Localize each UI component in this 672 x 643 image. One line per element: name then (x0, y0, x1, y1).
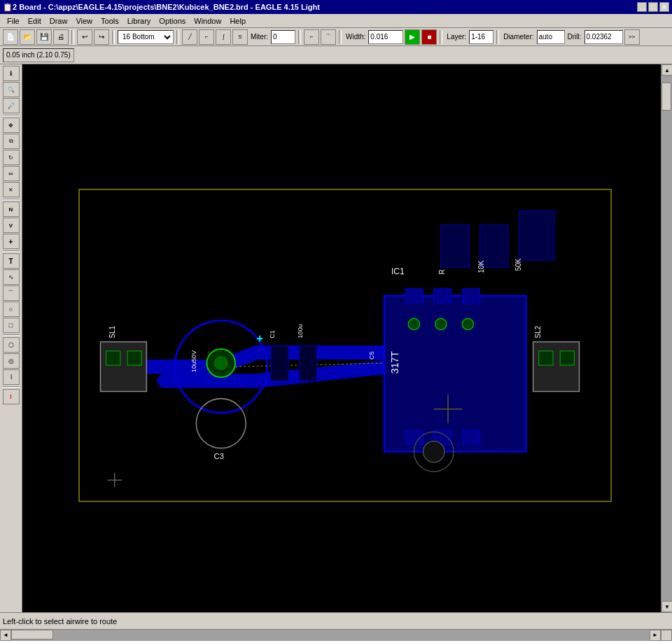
width-label: Width: (346, 33, 365, 41)
angle-btn2[interactable]: ⌒ (321, 29, 336, 45)
svg-rect-17 (106, 351, 120, 365)
menu-edit[interactable]: Edit (24, 15, 46, 27)
svg-rect-19 (533, 342, 580, 392)
save-button[interactable]: 💾 (36, 29, 52, 45)
menu-file[interactable]: File (3, 15, 24, 27)
draw-wire-button[interactable]: ∿ (3, 269, 20, 285)
right-scrollbar: ▲ ▼ (661, 64, 672, 612)
scroll-track-h[interactable] (11, 630, 650, 641)
zoom-out-button[interactable]: 🔎 (3, 98, 20, 113)
separator1 (71, 30, 74, 44)
svg-rect-22 (441, 225, 470, 267)
print-button[interactable]: 🖨 (53, 29, 69, 45)
svg-point-11 (462, 318, 473, 330)
menu-help[interactable]: Help (225, 15, 250, 27)
wire-btn4[interactable]: S (232, 29, 248, 45)
diameter-label: Diameter: (503, 33, 533, 41)
separator4 (298, 30, 301, 44)
draw-circle-button[interactable]: ○ (3, 302, 20, 317)
move-button[interactable]: ✥ (3, 118, 20, 133)
separator3 (176, 30, 179, 44)
draw-arc-button[interactable]: ⌒ (3, 285, 20, 301)
mirror-button[interactable]: ⇔ (3, 166, 20, 181)
route-button[interactable]: ⌇ (3, 369, 20, 385)
menu-tools[interactable]: Tools (97, 15, 123, 27)
main-layout: ℹ 🔍 🔎 ✥ ⧉ ↻ ⇔ ✕ N V + T ∿ ⌒ ○ □ ⬡ ◎ ⌇ ! (0, 64, 672, 612)
svg-text:C3: C3 (214, 452, 224, 460)
new-button[interactable]: 📄 (3, 29, 18, 45)
delete-button[interactable]: ✕ (3, 182, 20, 197)
angle-btn1[interactable]: ⌐ (304, 29, 319, 45)
svg-text:SL1: SL1 (108, 325, 116, 338)
title-bar-buttons: _ □ × (637, 2, 669, 12)
name-button[interactable]: N (3, 202, 20, 217)
open-button[interactable]: 📂 (20, 29, 35, 45)
svg-rect-20 (539, 351, 553, 365)
add-button[interactable]: + (3, 234, 20, 249)
content-area: Spoj GND bude proveden rozlitím měděné p… (0, 640, 672, 643)
svg-rect-45 (299, 346, 316, 381)
separator2 (112, 30, 115, 44)
pcb-canvas: + SL1 SL2 R 10K 50K IC1 3 (22, 64, 661, 612)
left-sidebar: ℹ 🔍 🔎 ✥ ⧉ ↻ ⇔ ✕ N V + T ∿ ⌒ ○ □ ⬡ ◎ ⌇ ! (0, 64, 22, 612)
svg-rect-5 (462, 289, 479, 303)
svg-text:50K: 50K (514, 258, 522, 271)
svg-point-10 (435, 318, 447, 330)
menu-draw[interactable]: Draw (46, 15, 72, 27)
rotate-button[interactable]: ↻ (3, 150, 20, 165)
coord-display: 0.05 inch (2.10 0.75) (3, 48, 74, 62)
drill-input[interactable] (584, 30, 623, 44)
minimize-button[interactable]: _ (637, 2, 647, 12)
play-button[interactable]: ▶ (405, 29, 420, 45)
zoom-in-button[interactable]: 🔍 (3, 82, 20, 97)
svg-text:SL2: SL2 (534, 325, 542, 338)
wire-btn3[interactable]: ∫ (216, 29, 231, 45)
maximize-button[interactable]: □ (648, 2, 658, 12)
title-bar: 📋 2 Board - C:\appz\EAGLE-4.15\projects\… (0, 0, 672, 14)
via-button[interactable]: ◎ (3, 353, 20, 369)
drc-button[interactable]: ! (3, 389, 20, 404)
scroll-down-button[interactable]: ▼ (662, 601, 672, 612)
svg-point-14 (214, 356, 228, 370)
undo-button[interactable]: ↩ (77, 29, 92, 45)
layer-select[interactable]: 16 Bottom (118, 30, 174, 44)
toolbar2: 0.05 inch (2.10 0.75) (0, 46, 672, 64)
width-input[interactable] (368, 30, 403, 44)
menu-view[interactable]: View (71, 15, 97, 27)
info-button[interactable]: ℹ (3, 66, 20, 81)
diameter-input[interactable] (537, 30, 565, 44)
sidebar-sep2 (3, 199, 20, 200)
svg-rect-16 (100, 342, 146, 392)
svg-text:IC1: IC1 (391, 267, 405, 276)
menu-window[interactable]: Window (190, 15, 225, 27)
sidebar-sep5 (3, 386, 20, 388)
svg-rect-24 (519, 211, 554, 260)
drill-label: Drill: (568, 33, 582, 41)
canvas-area[interactable]: + SL1 SL2 R 10K 50K IC1 3 (22, 64, 661, 612)
scroll-track-v[interactable] (662, 76, 672, 601)
layer-input[interactable] (469, 30, 493, 44)
stop-button[interactable]: ■ (421, 29, 437, 45)
svg-point-9 (408, 318, 419, 330)
separator6 (440, 30, 442, 44)
svg-text:C1: C1 (269, 330, 276, 339)
scroll-left-button[interactable]: ◄ (0, 630, 11, 641)
layer-label: Layer: (447, 33, 466, 41)
wire-btn2[interactable]: ⌐ (199, 29, 214, 45)
menu-options[interactable]: Options (155, 15, 190, 27)
scroll-right-button[interactable]: ► (650, 630, 661, 641)
svg-text:+: + (256, 332, 262, 344)
text-button[interactable]: T (3, 253, 20, 269)
status-text: Left-click to select airwire to route (3, 617, 117, 626)
value-button[interactable]: V (3, 218, 20, 233)
draw-rect-button[interactable]: □ (3, 318, 20, 333)
expand-button[interactable]: >> (624, 29, 640, 45)
wire-btn1[interactable]: ╱ (182, 29, 197, 45)
miter-input[interactable] (271, 30, 295, 44)
redo-button[interactable]: ↪ (94, 29, 109, 45)
menu-library[interactable]: Library (123, 15, 155, 27)
copy-button[interactable]: ⧉ (3, 134, 20, 149)
scroll-up-button[interactable]: ▲ (662, 64, 672, 76)
close-button[interactable]: × (659, 2, 669, 12)
polygon-button[interactable]: ⬡ (3, 337, 20, 353)
